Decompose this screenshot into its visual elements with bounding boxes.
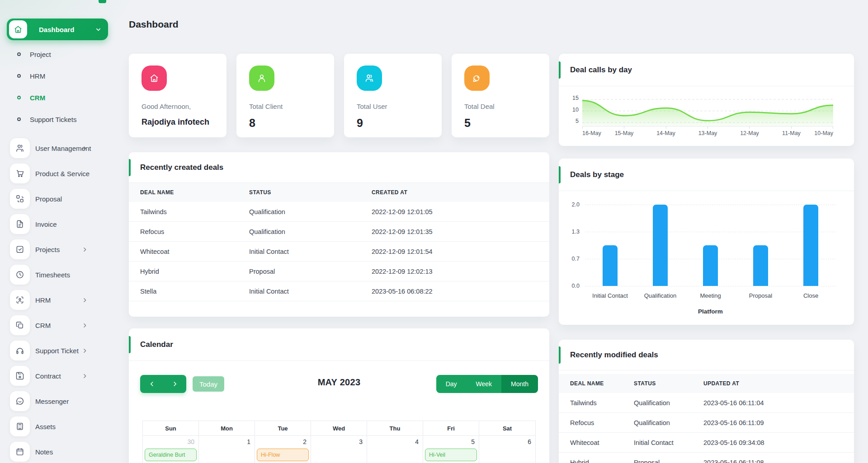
calendar-event[interactable]: Geraldine Burt [145, 449, 197, 461]
user-scan-icon [10, 290, 30, 310]
sidebar-item-label: Dashboard [39, 26, 95, 33]
deals-by-stage-card: Deals by stage 2.0 1.3 0.7 0.0 Initial C… [559, 159, 854, 325]
line-chart-x-labels: 16-May 15-May 14-May 13-May 12-May 11-Ma… [582, 130, 833, 137]
view-month-button[interactable]: Month [501, 375, 538, 393]
deal-name: Whitecoat [570, 439, 634, 446]
sidebar-item-user-management[interactable]: User Management [0, 136, 112, 161]
date-number: 2 [257, 437, 309, 446]
save-icon [10, 366, 30, 386]
deal-updated-at: 2023-05-16 06:11:08 [703, 459, 854, 463]
calendar-day-cell[interactable]: 5 Hi-Veil [423, 435, 479, 463]
calendar-day-cell[interactable]: 2 Hi-Flow [255, 435, 311, 463]
chevron-right-icon [82, 323, 88, 328]
home-icon [142, 65, 167, 91]
recently-modified-deals-card: Recently modified deals DEAL NAME STATUS… [559, 340, 854, 463]
card-title: Deal calls by day [570, 65, 632, 75]
transform-icon [10, 189, 30, 209]
stat-card-total-client: Total Client 8 [236, 54, 334, 137]
day-header: Fri [423, 421, 479, 435]
calendar-event[interactable]: Hi-Veil [425, 449, 477, 461]
bar-slot [685, 205, 736, 286]
next-month-button[interactable] [163, 375, 186, 393]
card-title: Deals by stage [570, 170, 624, 179]
accent-bar [559, 61, 561, 79]
calendar-day-cell[interactable]: 3 [311, 435, 367, 463]
view-day-button[interactable]: Day [436, 375, 467, 393]
file-icon [10, 214, 30, 234]
deal-status: Initial Contact [249, 288, 372, 295]
sidebar-subitem-label: CRM [30, 94, 45, 102]
x-tick-label: 11-May [782, 130, 801, 136]
x-tick-label: Proposal [736, 292, 786, 299]
calendar-toolbar: Today Day Week Month [140, 374, 538, 393]
sidebar-item-dashboard[interactable]: Dashboard [7, 19, 108, 40]
column-header: STATUS [634, 380, 703, 387]
stat-label: Good Afternoon, [142, 103, 214, 110]
sidebar-subitem-support-tickets[interactable]: Support Tickets [0, 108, 112, 130]
sidebar-item-invoice[interactable]: Invoice [0, 211, 112, 237]
sidebar-item-product-service[interactable]: Product & Service [0, 161, 112, 186]
sidebar-item-projects[interactable]: Projects [0, 237, 112, 262]
bar-slot [736, 205, 786, 286]
dashboard-submenu: Project HRM CRM Support Tickets [0, 43, 112, 130]
card-title: Recently modified deals [570, 351, 658, 360]
sidebar-subitem-label: Project [30, 51, 51, 58]
y-tick-label: 0.7 [564, 256, 580, 262]
date-number: 3 [313, 437, 365, 446]
bar-slot [786, 205, 836, 286]
x-tick-label: 10-May [814, 130, 833, 136]
sidebar-subitem-crm[interactable]: CRM [0, 87, 112, 108]
calendar-day-cell[interactable]: 4 [367, 435, 423, 463]
line-chart-x-axis [582, 126, 833, 128]
card-header: Deal calls by day [559, 54, 854, 86]
sidebar-item-assets[interactable]: Assets [0, 414, 112, 439]
sidebar-item-label: Projects [35, 246, 60, 253]
bar-proposal [753, 245, 768, 286]
sidebar-item-proposal[interactable]: Proposal [0, 186, 112, 211]
sidebar-item-contract[interactable]: Contract [0, 363, 112, 388]
calendar-day-cell[interactable]: 30 Geraldine Burt [143, 435, 199, 463]
deal-name: Stella [140, 288, 249, 295]
sidebar-subitem-hrm[interactable]: HRM [0, 65, 112, 87]
calculator-icon [10, 416, 30, 436]
bar-close [803, 205, 818, 286]
table-header: DEAL NAME STATUS UPDATED AT [559, 374, 854, 393]
sidebar-item-crm[interactable]: CRM [0, 313, 112, 338]
deal-name: Tailwinds [140, 208, 249, 215]
sidebar-item-label: Assets [35, 423, 56, 430]
deal-name: Whitecoat [140, 248, 249, 255]
sidebar-item-messenger[interactable]: Messenger [0, 388, 112, 414]
stat-value: Rajodiya infotech [142, 117, 214, 127]
calendar-day-cell[interactable]: 6 [479, 435, 535, 463]
sidebar-item-support-ticket[interactable]: Support Ticket [0, 338, 112, 363]
bullet-icon [17, 52, 21, 56]
sidebar-item-label: Messenger [35, 398, 69, 405]
calendar-day-header-row: Sun Mon Tue Wed Thu Fri Sat [143, 421, 535, 435]
chevron-right-icon [82, 348, 88, 354]
table-row: Hybrid Proposal 2022-12-09 12:02:13 [129, 262, 549, 281]
calendar-view-group: Day Week Month [436, 375, 538, 393]
deal-created-at: 2022-12-09 12:01:54 [372, 248, 549, 255]
view-week-button[interactable]: Week [467, 375, 502, 393]
sidebar-subitem-project[interactable]: Project [0, 43, 112, 65]
day-header: Sun [143, 421, 199, 435]
x-tick-label: 12-May [740, 130, 759, 136]
sidebar: Dashboard Project HRM CRM Support Ticket… [0, 0, 112, 463]
calendar-day-cell[interactable]: 1 [199, 435, 255, 463]
bar-chart-axis-title: Platform [585, 308, 836, 315]
sidebar-item-notes[interactable]: Notes [0, 439, 112, 463]
bar-chart-x-labels: Initial Contact Qualification Meeting Pr… [585, 292, 836, 299]
prev-month-button[interactable] [140, 375, 163, 393]
bar-slot [585, 205, 635, 286]
y-tick-label: 1.3 [564, 229, 580, 235]
y-tick-label: 15 [565, 95, 579, 101]
sidebar-item-label: Notes [35, 448, 53, 456]
sidebar-item-timesheets[interactable]: Timesheets [0, 262, 112, 287]
sidebar-item-label: Invoice [35, 220, 57, 228]
stat-card-greeting: Good Afternoon, Rajodiya infotech [129, 54, 226, 137]
calendar-event[interactable]: Hi-Flow [257, 449, 309, 461]
sidebar-item-hrm[interactable]: HRM [0, 287, 112, 313]
column-header: DEAL NAME [140, 189, 249, 196]
today-button[interactable]: Today [193, 376, 224, 392]
deal-status: Qualification [249, 208, 372, 215]
